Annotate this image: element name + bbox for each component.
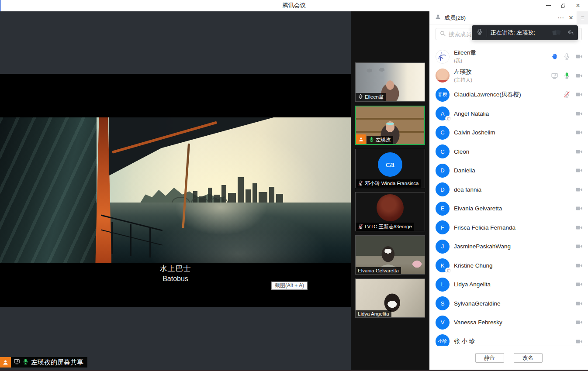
member-avatar: E bbox=[436, 202, 450, 216]
member-name: Elvania Gelvaretta bbox=[454, 205, 502, 212]
video-thumbnail[interactable]: LVTC 王新志/George bbox=[355, 192, 425, 231]
member-row[interactable]: Ddea fannia bbox=[429, 180, 588, 199]
member-avatar: V bbox=[436, 316, 450, 330]
member-name: Angel Natalia bbox=[454, 110, 489, 117]
camera-icon[interactable] bbox=[575, 186, 583, 193]
member-role: (我) bbox=[454, 58, 476, 64]
camera-icon[interactable] bbox=[575, 338, 583, 345]
member-name: JasminePaskahWang bbox=[454, 243, 511, 250]
camera-icon[interactable] bbox=[575, 262, 583, 269]
camera-icon[interactable] bbox=[575, 110, 583, 117]
member-row[interactable]: KKristine Chung bbox=[429, 256, 588, 275]
thumbnail-name: LVTC 王新志/George bbox=[365, 223, 412, 230]
mic-icon[interactable] bbox=[563, 53, 571, 60]
close-panel-icon[interactable]: × bbox=[569, 15, 573, 21]
panel-menu-icon[interactable]: ≡ bbox=[577, 11, 588, 24]
video-thumbnail[interactable]: Elvania Gelvaretta bbox=[355, 235, 425, 275]
member-row[interactable]: AAngel Natalia bbox=[429, 104, 588, 124]
camera-icon[interactable] bbox=[575, 243, 583, 250]
members-title: 成员(28) bbox=[444, 14, 466, 22]
member-row[interactable]: Eileen韋(我) bbox=[429, 47, 588, 66]
video-thumbnail[interactable]: ca邓小玲 Winda Fransisca bbox=[355, 149, 425, 188]
member-name: ClaudiaLawrence(贝春樱) bbox=[454, 91, 521, 99]
member-row[interactable]: DDaniella bbox=[429, 161, 588, 180]
members-list[interactable]: Eileen韋(我)左瑛孜(主持人)春樱ClaudiaLawrence(贝春樱)… bbox=[429, 43, 588, 346]
member-name: 张 小 珍 bbox=[454, 337, 475, 345]
more-icon[interactable]: ⋯ bbox=[557, 16, 564, 20]
camera-icon[interactable] bbox=[575, 300, 583, 307]
member-avatar bbox=[436, 69, 450, 82]
members-panel: 成员(28) ⋯ × ≡ 正在讲话: 左瑛孜; Eileen韋(我)左瑛孜(主持… bbox=[429, 11, 588, 371]
member-avatar: J bbox=[436, 240, 450, 254]
member-avatar: C bbox=[436, 144, 450, 158]
minimize-button[interactable] bbox=[542, 0, 555, 11]
rename-button[interactable]: 改名 bbox=[514, 353, 543, 363]
member-row[interactable]: JJasminePaskahWang bbox=[429, 237, 588, 256]
member-avatar: F bbox=[436, 220, 450, 234]
video-caption-cn: 水上巴士 bbox=[0, 264, 351, 274]
meeting-logo-icon bbox=[551, 28, 563, 38]
raise-hand-icon[interactable] bbox=[551, 53, 558, 60]
member-row[interactable]: SSylvanaGeraldine bbox=[429, 294, 588, 313]
member-name: Kristine Chung bbox=[454, 262, 493, 269]
thumbnail-name-chip: Lidya Angelita bbox=[356, 310, 391, 317]
camera-icon[interactable] bbox=[575, 167, 583, 174]
member-name: dea fannia bbox=[454, 186, 481, 193]
video-thumbnail[interactable]: Eileen韋 bbox=[355, 62, 425, 102]
member-row[interactable]: EElvania Gelvaretta bbox=[429, 199, 588, 218]
phone-badge-icon bbox=[445, 268, 451, 273]
screen-share-label-chip: 左瑛孜的屏幕共享 bbox=[0, 357, 87, 368]
screen-share-icon[interactable] bbox=[551, 72, 558, 79]
screenshot-button[interactable]: 截图(Alt + A) bbox=[271, 282, 308, 290]
search-icon bbox=[439, 30, 446, 38]
member-row[interactable]: VVanessa Febresky bbox=[429, 313, 588, 332]
member-name: Daniella bbox=[454, 167, 475, 174]
window-title: 腾讯会议 bbox=[0, 0, 588, 11]
members-footer: 静音 改名 bbox=[429, 346, 588, 371]
window-controls: × bbox=[542, 0, 585, 11]
camera-icon[interactable] bbox=[575, 72, 583, 79]
mic-on-icon[interactable] bbox=[563, 72, 571, 79]
member-row[interactable]: CCleon bbox=[429, 142, 588, 161]
thumbnail-name-chip: Elvania Gelvaretta bbox=[356, 267, 401, 274]
phone-badge-icon bbox=[445, 116, 451, 121]
member-name: Lidya Angelita bbox=[454, 281, 491, 288]
member-row[interactable]: 小珍张 小 珍 bbox=[429, 332, 588, 346]
video-bridge bbox=[172, 195, 228, 203]
member-avatar: D bbox=[436, 164, 450, 178]
member-row[interactable]: FFrisca Felicia Fernanda bbox=[429, 218, 588, 237]
video-thumbnail-strip[interactable]: Eileen韋左瑛孜ca邓小玲 Winda FransiscaLVTC 王新志/… bbox=[351, 11, 429, 371]
mute-button[interactable]: 静音 bbox=[475, 353, 504, 363]
member-name: 左瑛孜 bbox=[454, 68, 472, 76]
video-thumbnail[interactable]: 左瑛孜 bbox=[355, 106, 425, 145]
member-avatar: C bbox=[436, 126, 450, 140]
reply-arrow-icon[interactable] bbox=[567, 29, 574, 37]
restore-button[interactable] bbox=[557, 0, 570, 11]
mic-muted-icon[interactable] bbox=[563, 91, 571, 98]
member-row[interactable]: 左瑛孜(主持人) bbox=[429, 66, 588, 86]
close-window-button[interactable]: × bbox=[571, 0, 585, 11]
camera-icon[interactable] bbox=[575, 281, 583, 288]
screen-share-label: 左瑛孜的屏幕共享 bbox=[31, 358, 83, 367]
camera-icon[interactable] bbox=[575, 148, 583, 155]
mic-on-icon bbox=[369, 137, 374, 143]
video-thumbnail[interactable]: Lidya Angelita bbox=[355, 278, 425, 318]
camera-icon[interactable] bbox=[575, 91, 583, 98]
members-icon bbox=[435, 14, 441, 22]
camera-icon[interactable] bbox=[575, 224, 583, 231]
camera-icon[interactable] bbox=[575, 319, 583, 326]
member-row[interactable]: 春樱ClaudiaLawrence(贝春樱) bbox=[429, 85, 588, 104]
camera-icon[interactable] bbox=[575, 129, 583, 136]
member-name: Cleon bbox=[454, 148, 469, 155]
thumbnail-name-chip: 邓小玲 Winda Fransisca bbox=[356, 179, 421, 188]
camera-icon[interactable] bbox=[575, 205, 583, 212]
member-name: SylvanaGeraldine bbox=[454, 300, 501, 307]
toast-divider bbox=[487, 29, 487, 37]
title-bar: 腾讯会议 bbox=[0, 0, 588, 11]
thumbnail-name: 左瑛孜 bbox=[376, 137, 391, 143]
member-row[interactable]: LLidya Angelita bbox=[429, 275, 588, 294]
member-row[interactable]: CCalvin Joshelim bbox=[429, 123, 588, 142]
member-avatar: A bbox=[436, 106, 450, 120]
camera-icon[interactable] bbox=[575, 53, 583, 60]
restore-icon bbox=[560, 3, 566, 9]
